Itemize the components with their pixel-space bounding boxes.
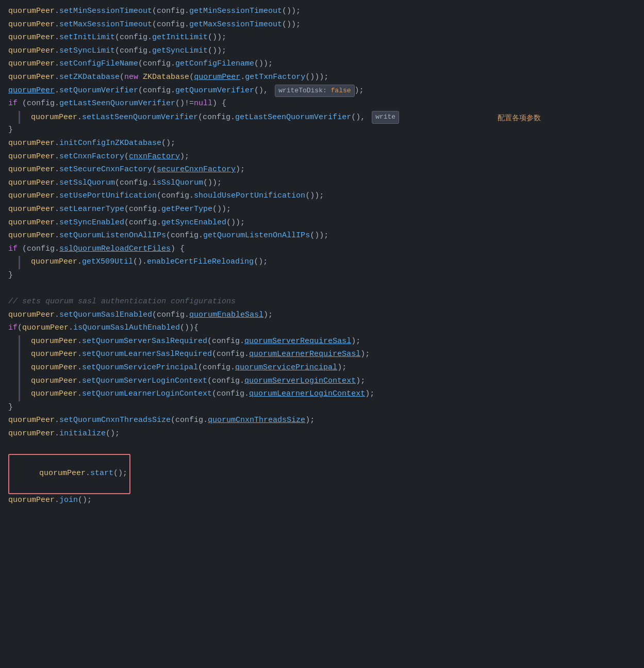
code-token: . (55, 494, 59, 507)
code-token: setSyncEnabled (59, 217, 124, 229)
code-token: setMaxSessionTimeout (59, 19, 152, 31)
code-token: quorumPeer (31, 363, 77, 372)
code-line: quorumPeer.setSyncEnabled(config.getSync… (0, 217, 644, 230)
code-token: . (69, 322, 73, 334)
code-line: quorumPeer.setMaxSessionTimeout(config.g… (0, 19, 644, 32)
code-token: getSyncLimit (152, 45, 208, 57)
code-token: ()); (282, 19, 301, 31)
code-token: ); (180, 151, 189, 163)
code-token: (config. (152, 309, 189, 321)
code-token: (config. (115, 177, 152, 189)
code-token: setSecureCnxnFactory (59, 164, 152, 176)
code-token: secureCnxnFactory (157, 164, 236, 176)
code-token: getQuorumVerifier (175, 85, 254, 97)
code-token: (config. (198, 363, 235, 372)
code-token: . (55, 31, 59, 44)
code-token: . (240, 71, 245, 84)
code-line: quorumPeer.setCnxnFactory(cnxnFactory); (0, 151, 644, 164)
code-line: if (config.getLastSeenQuorumVerifier()!=… (0, 97, 644, 111)
code-line: quorumPeer.setSslQuorum(config.isSslQuor… (0, 177, 644, 190)
code-token: quorumPeer (8, 309, 55, 321)
code-line: quorumPeer.join(); (0, 494, 644, 508)
code-token: (config. (212, 350, 249, 359)
code-token: isQuorumSaslAuthEnabled (73, 322, 180, 334)
code-token: quorumPeer (31, 113, 77, 122)
code-token: quorumPeer (31, 377, 77, 385)
code-token: ZKDatabase (143, 71, 189, 84)
code-token: ()); (310, 230, 328, 242)
code-token: isSslQuorum (152, 177, 203, 189)
code-token: ); (360, 350, 370, 359)
code-line: quorumPeer.setInitLimit(config.getInitLi… (0, 31, 644, 45)
code-token: . (55, 71, 59, 84)
code-line: quorumPeer.setQuorumServicePrincipal(con… (0, 362, 644, 375)
code-token: ( (124, 151, 129, 163)
code-token: setMinSessionTimeout (59, 5, 152, 18)
code-token: quorumEnableSasl (189, 309, 263, 321)
code-token: quorumPeer (8, 177, 55, 189)
code-token: setZKDatabase (59, 71, 120, 84)
code-token: . (77, 337, 82, 346)
code-token: quorumPeer (8, 71, 55, 84)
code-line: } (0, 124, 644, 137)
tooltip-write: write (372, 111, 399, 124)
code-token: join (59, 494, 78, 507)
code-token: (config. (115, 45, 152, 57)
code-token: setSyncLimit (59, 45, 115, 57)
code-token: getTxnFactory (245, 71, 305, 84)
code-token: (), (351, 113, 370, 122)
code-token (138, 71, 143, 84)
code-token: quorumPeer (8, 5, 55, 18)
code-token: ( (152, 164, 157, 176)
code-token: . (55, 164, 59, 176)
code-token: setQuorumServicePrincipal (82, 363, 198, 372)
code-token: . (55, 217, 59, 229)
code-token: getInitLimit (152, 31, 208, 44)
code-token: getPeerType (161, 203, 212, 216)
code-token: quorumPeer (8, 45, 55, 57)
code-token: getX509Util (82, 257, 133, 266)
code-token: ()); (208, 31, 226, 44)
code-token: (config. (115, 31, 152, 44)
code-line: } (0, 401, 644, 415)
code-token: quorumPeer (31, 257, 77, 266)
code-token: setLearnerType (59, 203, 124, 216)
code-token: quorumServicePrincipal (235, 363, 337, 372)
code-line: quorumPeer.setMinSessionTimeout(config.g… (0, 5, 644, 19)
code-token: quorumPeer (31, 350, 77, 359)
code-token: . (77, 257, 82, 266)
code-token: quorumPeer (8, 31, 55, 44)
code-token: setQuorumVerifier (59, 85, 138, 97)
code-token: . (55, 137, 59, 150)
code-token: . (55, 45, 59, 57)
code-token: . (55, 309, 59, 321)
code-token: ); (337, 363, 346, 372)
code-token: getQuorumListenOnAllIPs (203, 230, 310, 242)
code-token: quorumPeer (39, 469, 86, 478)
code-token: // sets quorum sasl authentication confi… (8, 296, 236, 308)
code-token: setLastSeenQuorumVerifier (82, 113, 198, 122)
code-token: initConfigInZKDatabase (59, 137, 161, 150)
code-token: quorumPeer (8, 230, 55, 242)
tooltip-writeToDisk: writeToDisk: false (275, 85, 354, 97)
code-token: . (55, 414, 59, 427)
code-line (0, 282, 644, 296)
code-token: (); (78, 494, 92, 507)
code-token: quorumLearnerRequireSasl (249, 350, 360, 359)
code-token: quorumPeer (8, 58, 55, 70)
code-token: } (8, 124, 13, 136)
code-line: quorumPeer.setQuorumLearnerLoginContext(… (0, 388, 644, 401)
code-line: quorumPeer.setConfigFileName(config.getC… (0, 58, 644, 71)
code-token: ()){ (180, 322, 199, 334)
code-token: setQuorumServerSaslRequired (82, 337, 207, 346)
code-line: quorumPeer.setLearnerType(config.getPeer… (0, 203, 644, 217)
code-line: quorumPeer.setQuorumListenOnAllIPs(confi… (0, 230, 644, 243)
code-token: ()!= (175, 97, 194, 110)
code-token: quorumPeer (8, 428, 55, 440)
code-token: shouldUsePortUnification (194, 190, 305, 202)
code-token: ()); (282, 5, 301, 18)
code-token: ( (18, 322, 22, 334)
code-token: . (55, 428, 59, 440)
code-token: . (55, 230, 59, 242)
code-token: getMaxSessionTimeout (189, 19, 282, 31)
